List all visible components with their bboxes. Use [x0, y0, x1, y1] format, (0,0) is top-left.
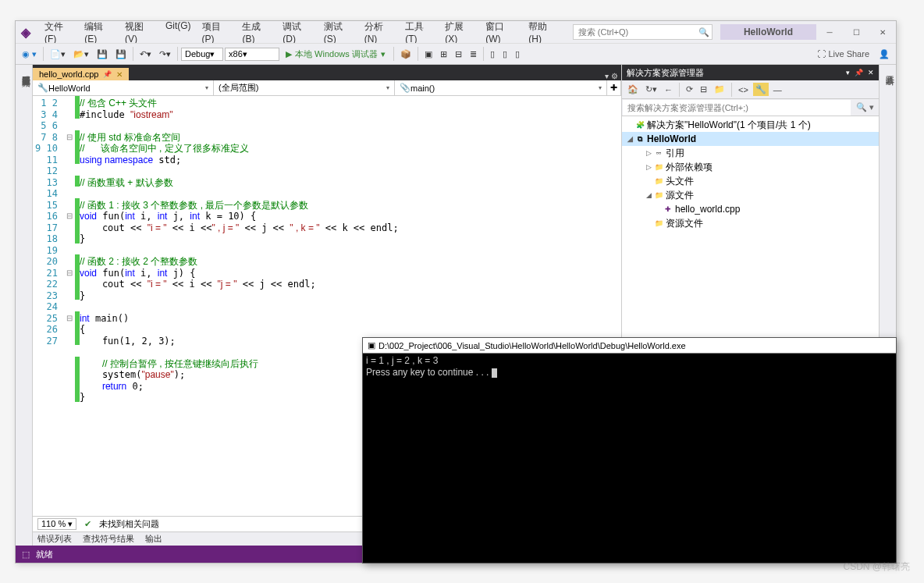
minimize-button[interactable]: ─: [816, 21, 843, 43]
properties-icon[interactable]: 🔧: [753, 83, 769, 96]
panel-close-icon[interactable]: ✕: [868, 69, 874, 76]
preview-icon[interactable]: —: [771, 84, 784, 96]
redo-icon[interactable]: ↷▾: [156, 48, 174, 61]
panel-titlebar: 解决方案资源管理器 ▾ 📌 ✕: [622, 65, 879, 80]
panel-title: 解决方案资源管理器: [627, 67, 704, 79]
header-files-node[interactable]: 📁头文件: [622, 174, 879, 188]
save-all-icon[interactable]: 💾: [112, 48, 130, 61]
collapse-icon[interactable]: ⊟: [698, 83, 709, 96]
tool-icon-2[interactable]: ▣: [421, 48, 435, 61]
source-files-node[interactable]: ◢📁源文件: [622, 188, 879, 202]
liveshare-button[interactable]: ⛶ Live Share: [812, 48, 874, 60]
undo-icon[interactable]: ↶▾: [137, 48, 155, 61]
resource-files-node[interactable]: 📁资源文件: [622, 216, 879, 230]
new-file-icon[interactable]: 📄▾: [47, 48, 69, 61]
nav-project-dropdown[interactable]: 🔧 HelloWorld▾: [33, 80, 214, 95]
vs-logo-icon: ◈: [16, 21, 37, 43]
console-titlebar[interactable]: ▣ D:\002_Project\006_Visual_Studio\Hello…: [363, 338, 896, 354]
explorer-search-input[interactable]: [623, 100, 851, 116]
close-button[interactable]: ✕: [869, 21, 896, 43]
panel-pin-icon[interactable]: 📌: [855, 69, 863, 76]
open-file-icon[interactable]: 📂▾: [70, 48, 92, 61]
tool-icon-3[interactable]: ⊞: [437, 48, 450, 61]
home-icon[interactable]: 🏠: [625, 83, 641, 96]
solution-name: HelloWorld: [720, 24, 816, 40]
show-all-icon[interactable]: 📁: [712, 83, 727, 96]
view-code-icon[interactable]: <>: [736, 84, 751, 96]
close-tab-icon[interactable]: ✕: [116, 70, 123, 79]
tool-icon-5[interactable]: ≣: [467, 48, 480, 61]
cmd-icon: ▣: [368, 340, 375, 350]
nav-member-dropdown[interactable]: 📎 main()▾: [395, 80, 607, 95]
status-text: 就绪: [36, 549, 53, 560]
titlebar: ◈ 文件(F)编辑(E)视图(V)Git(G)项目(P)生成(B)调试(D)测试…: [16, 21, 896, 43]
panel-dropdown-icon[interactable]: ▾: [846, 69, 850, 76]
quick-search[interactable]: 🔍: [573, 24, 713, 40]
nav-scope-dropdown[interactable]: (全局范围)▾: [214, 80, 395, 95]
solution-node[interactable]: 🧩解决方案"HelloWorld"(1 个项目/共 1 个): [622, 118, 879, 132]
external-deps-node[interactable]: ▷📁外部依赖项: [622, 160, 879, 174]
source-file-item[interactable]: ✚hello_world.cpp: [622, 202, 879, 216]
tool-icon-6[interactable]: ▯: [487, 48, 498, 61]
console-window[interactable]: ▣ D:\002_Project\006_Visual_Studio\Hello…: [362, 337, 897, 563]
fold-column[interactable]: ⊟⊟⊟⊟: [64, 96, 75, 516]
navigation-bar: 🔧 HelloWorld▾ (全局范围)▾ 📎 main()▾ ✚: [33, 80, 621, 96]
sync-icon[interactable]: ↻▾: [643, 83, 659, 96]
back-icon[interactable]: ←: [662, 84, 675, 96]
tool-icon-7[interactable]: ▯: [499, 48, 510, 61]
start-debug-button[interactable]: ▶ 本地 Windows 调试器 ▾: [281, 47, 390, 62]
tool-icon[interactable]: 📦: [397, 48, 414, 61]
search-input[interactable]: [574, 27, 696, 37]
console-output: i = 1 , j = 2 , k = 3 Press any key to c…: [363, 354, 896, 563]
check-icon: ✔: [84, 519, 91, 529]
pin-icon[interactable]: 📌: [103, 70, 112, 78]
save-icon[interactable]: 💾: [94, 48, 111, 61]
watermark: CSDN @韩曙亮: [843, 560, 910, 574]
line-number-gutter: 1 2 3 4 5 6 7 8 9 10 11 12 13 14 15 16 1…: [33, 96, 64, 516]
tab-hello-world[interactable]: hello_world.cpp 📌 ✕: [33, 68, 129, 80]
admin-icon[interactable]: 👤: [876, 48, 893, 61]
platform-dropdown[interactable]: x86 ▾: [225, 48, 279, 61]
references-node[interactable]: ▷▫▫引用: [622, 146, 879, 160]
outwin-tab[interactable]: 查找符号结果: [83, 533, 134, 545]
search-icon: 🔍 ▾: [851, 102, 879, 112]
zoom-dropdown[interactable]: 110 % ▾: [37, 518, 76, 530]
outwin-tab[interactable]: 错误列表: [37, 533, 72, 545]
issues-text: 未找到相关问题: [99, 518, 159, 530]
tool-icon-8[interactable]: ▯: [512, 48, 523, 61]
tab-well: hello_world.cpp 📌 ✕ ▾ ⚙: [33, 65, 621, 80]
search-icon: 🔍: [696, 27, 712, 37]
maximize-button[interactable]: ☐: [843, 21, 869, 43]
outwin-tab[interactable]: 输出: [145, 533, 162, 545]
main-toolbar: ◉ ▾ 📄▾ 📂▾ 💾 💾 ↶▾ ↷▾ Debug ▾ x86 ▾ ▶ 本地 W…: [16, 43, 896, 65]
console-title-text: D:\002_Project\006_Visual_Studio\HelloWo…: [378, 341, 686, 350]
split-icon[interactable]: ✚: [607, 80, 621, 95]
tool-icon-4[interactable]: ⊟: [452, 48, 465, 61]
refresh-icon[interactable]: ⟳: [684, 83, 695, 96]
project-node[interactable]: ◢⧉HelloWorld: [622, 132, 879, 146]
panel-toolbar: 🏠 ↻▾ ← ⟳ ⊟ 📁 <> 🔧 —: [622, 80, 879, 99]
tab-label: hello_world.cpp: [39, 69, 98, 79]
config-dropdown[interactable]: Debug ▾: [181, 48, 223, 61]
nav-back-icon[interactable]: ◉ ▾: [19, 48, 40, 61]
panel-search[interactable]: 🔍 ▾: [622, 99, 879, 116]
left-toolwindow-rail[interactable]: 服务器资源管理器 工具箱: [16, 65, 33, 546]
status-icon: ⬚: [22, 549, 30, 560]
tab-dropdown-icon[interactable]: ▾ ⚙: [602, 72, 621, 80]
